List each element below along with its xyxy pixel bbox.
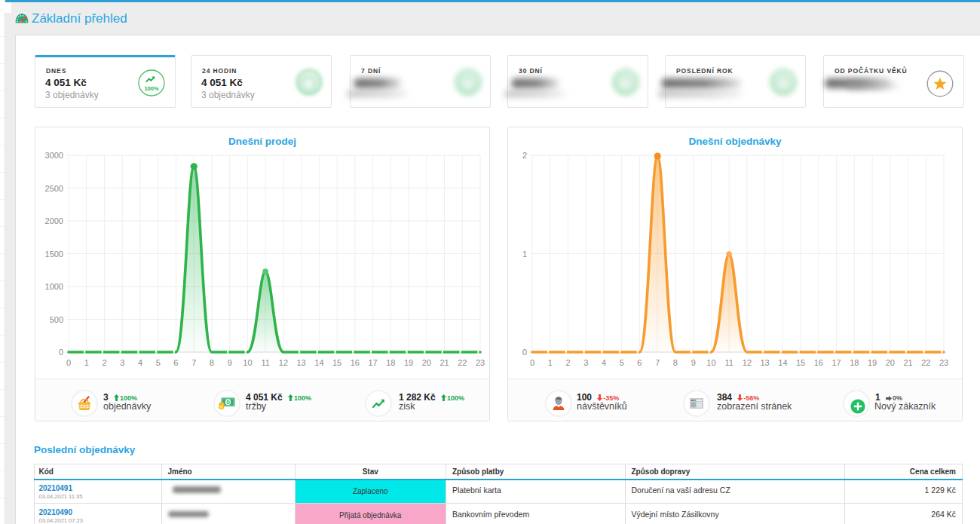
svg-text:10: 10 bbox=[706, 358, 715, 367]
svg-text:500: 500 bbox=[50, 315, 63, 324]
svg-text:18: 18 bbox=[850, 358, 859, 367]
svg-text:23: 23 bbox=[476, 358, 485, 367]
svg-text:1500: 1500 bbox=[45, 250, 63, 259]
svg-text:6: 6 bbox=[637, 358, 642, 367]
svg-text:2: 2 bbox=[522, 151, 527, 160]
svg-text:14: 14 bbox=[314, 358, 323, 367]
svg-text:3: 3 bbox=[120, 358, 124, 367]
svg-text:1: 1 bbox=[84, 358, 89, 367]
svg-text:8: 8 bbox=[673, 358, 678, 367]
svg-text:21: 21 bbox=[439, 358, 449, 367]
svg-text:1000: 1000 bbox=[45, 282, 63, 291]
svg-text:10: 10 bbox=[243, 358, 252, 367]
svg-text:22: 22 bbox=[458, 358, 467, 367]
svg-text:16: 16 bbox=[351, 358, 360, 367]
svg-text:0: 0 bbox=[530, 358, 534, 367]
svg-text:2000: 2000 bbox=[45, 216, 63, 225]
svg-text:100%: 100% bbox=[144, 84, 159, 91]
svg-text:7: 7 bbox=[655, 358, 660, 367]
svg-text:9: 9 bbox=[228, 358, 232, 367]
svg-text:4: 4 bbox=[138, 358, 142, 367]
svg-text:17: 17 bbox=[368, 358, 377, 367]
svg-text:19: 19 bbox=[404, 358, 413, 367]
svg-text:5: 5 bbox=[620, 358, 624, 367]
svg-text:0: 0 bbox=[226, 399, 229, 406]
svg-text:2500: 2500 bbox=[45, 184, 63, 193]
svg-text:6: 6 bbox=[173, 358, 178, 367]
svg-text:1: 1 bbox=[548, 358, 553, 367]
svg-text:11: 11 bbox=[261, 358, 269, 367]
svg-text:19: 19 bbox=[868, 358, 877, 367]
svg-text:7: 7 bbox=[191, 358, 196, 367]
svg-text:23: 23 bbox=[939, 358, 948, 367]
svg-text:3000: 3000 bbox=[45, 151, 63, 160]
svg-text:12: 12 bbox=[743, 358, 752, 367]
svg-text:0: 0 bbox=[66, 358, 71, 367]
svg-text:0: 0 bbox=[59, 348, 63, 357]
svg-text:16: 16 bbox=[814, 358, 823, 367]
svg-text:13: 13 bbox=[296, 358, 305, 367]
svg-text:4: 4 bbox=[602, 358, 606, 367]
svg-text:3: 3 bbox=[583, 358, 588, 367]
svg-text:18: 18 bbox=[386, 358, 395, 367]
svg-text:9: 9 bbox=[691, 358, 696, 367]
svg-text:2: 2 bbox=[102, 358, 106, 367]
svg-text:12: 12 bbox=[279, 358, 288, 367]
svg-text:13: 13 bbox=[760, 358, 769, 367]
svg-text:11: 11 bbox=[724, 358, 733, 367]
svg-text:21: 21 bbox=[903, 358, 912, 367]
svg-text:20: 20 bbox=[422, 358, 431, 367]
svg-text:22: 22 bbox=[921, 358, 930, 367]
svg-text:20: 20 bbox=[886, 358, 895, 367]
svg-text:0: 0 bbox=[522, 348, 527, 357]
svg-text:5: 5 bbox=[156, 358, 161, 367]
svg-text:15: 15 bbox=[332, 358, 341, 367]
svg-text:17: 17 bbox=[831, 358, 841, 367]
svg-text:8: 8 bbox=[210, 358, 214, 367]
svg-text:14: 14 bbox=[778, 358, 787, 367]
svg-text:15: 15 bbox=[796, 358, 805, 367]
svg-text:1: 1 bbox=[522, 250, 527, 259]
svg-text:2: 2 bbox=[565, 358, 570, 367]
